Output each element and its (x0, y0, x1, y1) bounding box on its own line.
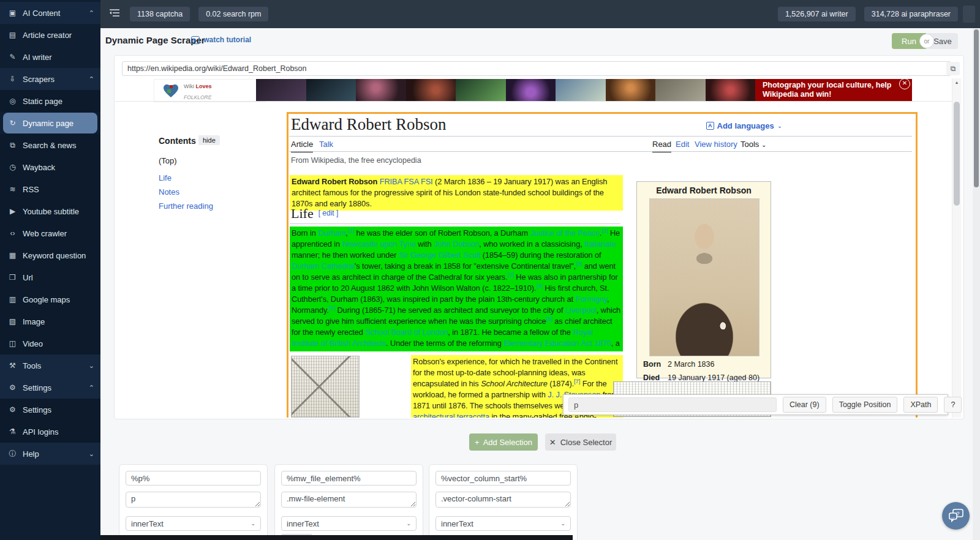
sidebar-label: Settings (23, 383, 51, 392)
frame-scrollbar[interactable]: ▲ ▼ (952, 78, 961, 418)
add-languages-label: Add languages (717, 121, 774, 130)
chevron-down-icon: ⌄ (251, 520, 255, 527)
extract-mode-select[interactable]: innerText⌄ (281, 516, 417, 531)
help-icon: ⓘ (8, 449, 17, 459)
extract-mode-select[interactable]: innerText⌄ (126, 516, 261, 531)
sidebar-item-dynamic-page[interactable]: ↻Dynamic page (3, 113, 97, 133)
add-selection-button[interactable]: + Add Selection (469, 433, 538, 451)
sidebar-item-wayback[interactable]: ◷Wayback (0, 156, 100, 178)
xpath-button[interactable]: XPath (903, 397, 938, 413)
sidebar-label: Wayback (23, 163, 55, 172)
sidebar-item-scrapers[interactable]: ⇩Scrapers⌃ (0, 68, 100, 90)
ai-content-icon: ▣ (8, 9, 17, 17)
tab-view-history[interactable]: View history (695, 140, 737, 149)
variable-name-input[interactable] (126, 471, 261, 486)
sidebar-item-keyword-question[interactable]: ▦Keyword question (0, 244, 100, 266)
ai-writer-count-badge[interactable]: 1,526,907 ai writer (778, 7, 856, 21)
account-box[interactable] (963, 6, 975, 23)
selector-query-input[interactable] (568, 397, 777, 412)
selector-toolbar: Clear (9) Toggle Position XPath ? (563, 394, 948, 415)
frame-scrollbar-thumb[interactable] (954, 102, 960, 206)
or-separator: or (919, 34, 934, 48)
infobox[interactable]: Edward Robert Robson Born2 March 1836 Di… (636, 181, 771, 378)
banner-cta[interactable]: Photograph your local culture, help Wiki… (755, 79, 912, 101)
sidebar-item-api-logins[interactable]: ⚗API logins (0, 421, 100, 443)
scroll-up-icon[interactable]: ▲ (952, 80, 961, 84)
sidebar-item-rss[interactable]: ≋RSS (0, 178, 100, 200)
bottom-bar (100, 535, 573, 540)
sidebar-item-ai-content[interactable]: ▣AI Content⌃ (0, 2, 100, 24)
sidebar-item-tools[interactable]: ⚒Tools⌄ (0, 354, 100, 377)
toggle-position-button[interactable]: Toggle Position (832, 397, 898, 413)
sidebar-item-url[interactable]: ❒Url (0, 266, 100, 288)
scrapers-icon: ⇩ (8, 75, 17, 83)
selection-panel-p: p innerText⌄ Edward Robert Robson FRIBA … (119, 464, 268, 540)
tab-edit[interactable]: Edit (676, 140, 689, 149)
extract-mode-select[interactable]: innerText⌄ (435, 516, 571, 531)
sidebar-item-search-news[interactable]: ⧉Search & news (0, 134, 100, 156)
variable-name-input[interactable] (281, 471, 417, 486)
school-engraving-image[interactable] (291, 356, 360, 418)
sidebar-item-help[interactable]: ⓘHelp⌄ (0, 443, 100, 465)
sidebar-item-web-crawler[interactable]: ‹›Web crawler (0, 222, 100, 244)
css-selector-textarea[interactable]: p (126, 492, 261, 508)
selection-panel-mw-file-element: .mw-file-element innerText⌄ 0 items (274, 464, 423, 540)
search-rpm-badge[interactable]: 0.02 search rpm (198, 7, 268, 21)
add-languages-button[interactable]: A Add languages ⌄ (706, 121, 782, 130)
captcha-count-badge[interactable]: 1138 captcha (130, 7, 190, 21)
contents-link-top[interactable]: (Top) (159, 156, 177, 165)
sidebar-label: Static page (23, 97, 62, 106)
help-chat-button[interactable]: ? ... (942, 502, 970, 530)
close-selector-button[interactable]: ✕ Close Selector (545, 433, 616, 451)
clear-selection-button[interactable]: Clear (9) (783, 397, 826, 413)
ai-paraphraser-count-badge[interactable]: 314,728 ai paraphraser (864, 7, 958, 21)
sidebar-item-google-maps[interactable]: ▥Google maps (0, 288, 100, 310)
close-icon: ✕ (549, 438, 556, 447)
css-selector-textarea[interactable]: .vector-column-start (435, 492, 571, 508)
banner-close-icon[interactable]: ✕ (899, 78, 910, 89)
portrait-image[interactable] (649, 198, 760, 356)
banner-photo (306, 79, 356, 101)
banner-photo-strip (256, 79, 755, 101)
tab-read[interactable]: Read (652, 140, 671, 152)
url-input[interactable] (122, 61, 951, 76)
banner-photo (406, 79, 456, 101)
page-scrollbar[interactable] (973, 28, 980, 540)
sidebar-item-image[interactable]: ▨Image (0, 310, 100, 332)
page-scrollbar-thumb[interactable] (974, 29, 979, 187)
banner-photo (356, 79, 406, 101)
article-subtitle: From Wikipedia, the free encyclopedia (291, 156, 421, 165)
sidebar-item-static-page[interactable]: ◎Static page (0, 90, 100, 112)
edit-link[interactable]: [ edit ] (318, 209, 339, 217)
selector-help-button[interactable]: ? (944, 397, 962, 413)
sidebar-item-youtube-subtitle[interactable]: ▶Youtube subtitle (0, 200, 100, 222)
contents-hide-button[interactable]: hide (198, 135, 220, 145)
watch-tutorial-link[interactable]: ▶ watch tutorial (191, 36, 251, 44)
life-paragraph[interactable]: Born in Durham,[1] he was the elder son … (290, 227, 623, 351)
intro-paragraph[interactable]: Edward Robert Robson FRIBA FSA FSI (2 Ma… (290, 175, 623, 211)
collapse-sidebar-icon[interactable] (109, 9, 120, 20)
sidebar-item-article-creator[interactable]: ▤Article creator (0, 24, 100, 46)
tab-tools[interactable]: Tools ⌄ (741, 140, 766, 149)
chevron-up-icon: ⌃ (89, 75, 94, 83)
variable-name-input[interactable] (435, 471, 571, 486)
youtube-icon: ▶ (8, 207, 17, 216)
url-icon: ❒ (8, 273, 17, 282)
chevron-down-icon: ⌄ (89, 450, 94, 458)
contents-link-further-reading[interactable]: Further reading (159, 201, 213, 211)
infobox-died-row: Died19 January 1917 (aged 80) (643, 373, 760, 382)
ai-writer-icon: ✎ (8, 53, 17, 61)
tab-talk[interactable]: Talk (319, 140, 333, 149)
sidebar-item-settings-group[interactable]: ⚙Settings⌃ (0, 377, 100, 399)
tab-article[interactable]: Article (291, 140, 313, 152)
google-maps-icon: ▥ (8, 295, 17, 304)
open-external-icon[interactable]: ⧉ (946, 62, 960, 75)
scraper-card: ⧉ Wiki Loves FOLKLORE Photograph your lo… (114, 55, 964, 419)
sidebar-item-ai-writer[interactable]: ✎AI writer (0, 46, 100, 68)
contents-link-notes[interactable]: Notes (159, 187, 179, 197)
sidebar-item-settings[interactable]: ⚙Settings (0, 399, 100, 421)
css-selector-textarea[interactable]: .mw-file-element (281, 492, 417, 508)
contents-link-life[interactable]: Life (159, 173, 172, 182)
sidebar-item-video[interactable]: ◫Video (0, 332, 100, 354)
sidebar-label: AI writer (23, 53, 52, 62)
